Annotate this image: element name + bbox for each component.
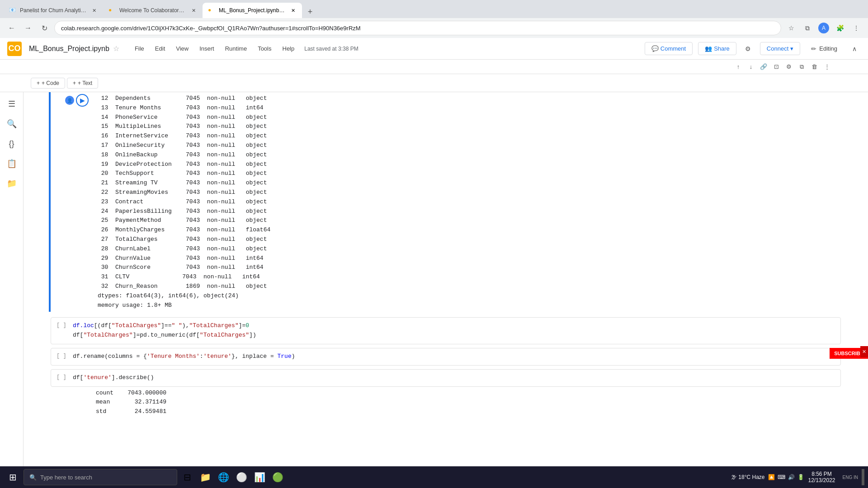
sidebar-code-icon[interactable]: {} xyxy=(4,136,20,152)
weather-text: 18°C Haze xyxy=(738,474,764,480)
tray-keyboard-icon: ⌨ xyxy=(778,474,785,480)
colab-title-area: ML_Bonus_Project.ipynb ☆ xyxy=(29,44,119,53)
menu-tools[interactable]: Tools xyxy=(253,43,276,54)
add-text-button[interactable]: + + Text xyxy=(67,78,98,89)
colab-toolbar: + + Code + + Text xyxy=(0,74,868,92)
tab-close-3[interactable]: ✕ xyxy=(289,7,297,14)
taskbar-app[interactable]: 🟢 xyxy=(269,469,286,485)
taskbar-search-bar[interactable]: 🔍 Type here to search xyxy=(24,469,177,485)
tab-panelist[interactable]: 📧 Panelist for Churn Analytics in T... ✕ xyxy=(4,3,103,18)
new-tab-button[interactable]: + xyxy=(304,5,316,18)
address-bar[interactable]: colab.research.google.com/drive/1C0ijXH7… xyxy=(54,21,781,35)
tray-up-arrow[interactable]: 🔼 xyxy=(768,474,775,480)
tray-battery-icon: 🔋 xyxy=(797,474,804,480)
plus-code-icon: + xyxy=(37,80,40,86)
colab-header: CO ML_Bonus_Project.ipynb ☆ File Edit Vi… xyxy=(0,38,868,60)
cell-output-4: count 7043.000000 mean 32.371149 std 24.… xyxy=(49,387,868,418)
run-cell-button[interactable]: ▶ xyxy=(76,94,89,107)
code-content-3[interactable]: df.rename(columns = {'Tenure Months':'te… xyxy=(73,352,835,361)
connect-button[interactable]: Connect ▾ xyxy=(760,42,800,55)
show-desktop-button[interactable] xyxy=(862,469,864,485)
close-subscribe-button[interactable]: ✕ xyxy=(860,346,868,357)
forward-button[interactable]: → xyxy=(22,22,34,34)
code-content-4[interactable]: df['tenure'].describe() xyxy=(73,373,835,383)
menu-file[interactable]: File xyxy=(130,43,149,54)
share-button[interactable]: 👥 Share xyxy=(698,42,736,55)
tabs-bar: 📧 Panelist for Churn Analytics in T... ✕… xyxy=(0,0,868,18)
tab-close-1[interactable]: ✕ xyxy=(90,7,98,14)
star-button[interactable]: ☆ xyxy=(113,44,119,53)
tab-favicon-1: 📧 xyxy=(9,7,16,14)
last-saved-text: Last saved at 3:38 PM xyxy=(304,46,358,52)
bookmark-star-button[interactable]: ☆ xyxy=(785,22,797,34)
tab-close-2[interactable]: ✕ xyxy=(190,7,197,14)
sidebar-folder-icon[interactable]: 📁 xyxy=(4,175,20,192)
taskbar-chrome[interactable]: ⚪ xyxy=(233,469,250,485)
menu-edit[interactable]: Edit xyxy=(151,43,170,54)
taskbar-search-placeholder: Type here to search xyxy=(40,474,92,481)
output-text-1: 12 Dependents 7045 non-null object 13 Te… xyxy=(98,94,868,310)
sidebar-files-icon[interactable]: 📋 xyxy=(4,155,20,172)
tab-ml-project[interactable]: ● ML_Bonus_Project.ipynb - Cola... ✕ xyxy=(203,3,302,18)
cell-action-toolbar: ↑ ↓ 🔗 ⊡ ⚙ ⧉ 🗑 ⋮ xyxy=(0,60,868,74)
colab-logo: CO xyxy=(7,42,22,56)
nav-icons: ☆ ⧉ A 🧩 ⋮ xyxy=(785,22,863,34)
menu-view[interactable]: View xyxy=(171,43,193,54)
back-button[interactable]: ← xyxy=(5,22,18,34)
expand-button[interactable]: ⊡ xyxy=(771,62,781,72)
sidebar-search-icon[interactable]: 🔍 xyxy=(4,116,20,132)
code-cell-3: [ ] df.rename(columns = {'Tenure Months'… xyxy=(51,348,841,366)
browser-menu-button[interactable]: ⋮ xyxy=(850,22,863,34)
settings-cell-button[interactable]: ⚙ xyxy=(784,62,794,72)
comment-button[interactable]: 💬 Comment xyxy=(645,42,693,55)
cell-number-4: [ ] xyxy=(57,374,69,380)
tray-speaker-icon: 🔊 xyxy=(788,474,795,480)
browser-tab-button[interactable]: ⧉ xyxy=(801,22,814,34)
tab-title-2: Welcome To Colaboratory - Cola... xyxy=(119,7,186,14)
taskbar-date: 12/13/2022 xyxy=(808,477,835,483)
sidebar-menu-icon[interactable]: ☰ xyxy=(4,96,20,112)
editing-pencil-icon: ✏ xyxy=(811,45,816,52)
move-up-button[interactable]: ↑ xyxy=(733,62,743,72)
taskbar-edge[interactable]: 🌐 xyxy=(215,469,231,485)
code-content-2[interactable]: df.loc[(df["TotalCharges"]==" "),"TotalC… xyxy=(73,321,835,340)
extensions-button[interactable]: 🧩 xyxy=(834,22,846,34)
editing-button[interactable]: ✏ Editing xyxy=(806,42,843,55)
refresh-button[interactable]: ↻ xyxy=(38,22,51,34)
taskbar-right: 🌫 18°C Haze 🔼 ⌨ 🔊 🔋 8:56 PM 12/13/2022 E… xyxy=(731,469,864,485)
start-button[interactable]: ⊞ xyxy=(4,468,22,486)
colab-body: ☰ 🔍 {} 📋 📁 🔧 ▶ 👤 12 Depe xyxy=(0,92,868,488)
taskbar-time: 8:56 PM xyxy=(811,471,832,477)
cell-inner-3: [ ] df.rename(columns = {'Tenure Months'… xyxy=(57,352,835,361)
taskbar: ⊞ 🔍 Type here to search ⊟ 📁 🌐 ⚪ 📊 🟢 🌫 18… xyxy=(0,466,868,488)
collapse-panel-button[interactable]: ∧ xyxy=(848,42,861,55)
tab-welcome[interactable]: ● Welcome To Colaboratory - Cola... ✕ xyxy=(103,3,203,18)
link-button[interactable]: 🔗 xyxy=(759,62,769,72)
taskbar-explorer[interactable]: 📁 xyxy=(197,469,213,485)
cell-output-1: ▶ 👤 12 Dependents 7045 non-null object 1… xyxy=(49,92,868,312)
code-cell-4: [ ] df['tenure'].describe() xyxy=(51,369,841,387)
menu-runtime[interactable]: Runtime xyxy=(221,43,251,54)
taskbar-icons: ⊟ 📁 🌐 ⚪ 📊 🟢 xyxy=(179,469,286,485)
menu-insert[interactable]: Insert xyxy=(195,43,219,54)
add-code-button[interactable]: + + Code xyxy=(31,78,65,89)
taskbar-tray: 🔼 ⌨ 🔊 🔋 xyxy=(768,474,804,480)
colab-app: CO ML_Bonus_Project.ipynb ☆ File Edit Vi… xyxy=(0,38,868,488)
settings-button[interactable]: ⚙ xyxy=(742,42,755,55)
url-text: colab.research.google.com/drive/1C0ijXH7… xyxy=(61,25,361,32)
output-text-4: count 7043.000000 mean 32.371149 std 24.… xyxy=(96,389,868,417)
profile-button[interactable]: A xyxy=(817,22,830,34)
more-options-button[interactable]: ⋮ xyxy=(822,62,832,72)
taskview-button[interactable]: ⊟ xyxy=(179,469,195,485)
move-down-button[interactable]: ↓ xyxy=(746,62,756,72)
notebook: ▶ 👤 12 Dependents 7045 non-null object 1… xyxy=(24,92,868,418)
taskbar-system-icons: 🌫 18°C Haze xyxy=(731,474,764,480)
copy-button[interactable]: ⧉ xyxy=(797,62,807,72)
comment-avatar: 👤 xyxy=(65,96,74,105)
cell-number-2: [ ] xyxy=(57,322,69,328)
delete-button[interactable]: 🗑 xyxy=(809,62,819,72)
tab-favicon-2: ● xyxy=(108,7,116,14)
menu-help[interactable]: Help xyxy=(278,43,299,54)
notebook-main: ▶ 👤 12 Dependents 7045 non-null object 1… xyxy=(24,92,868,488)
taskbar-powerpoint[interactable]: 📊 xyxy=(251,469,268,485)
